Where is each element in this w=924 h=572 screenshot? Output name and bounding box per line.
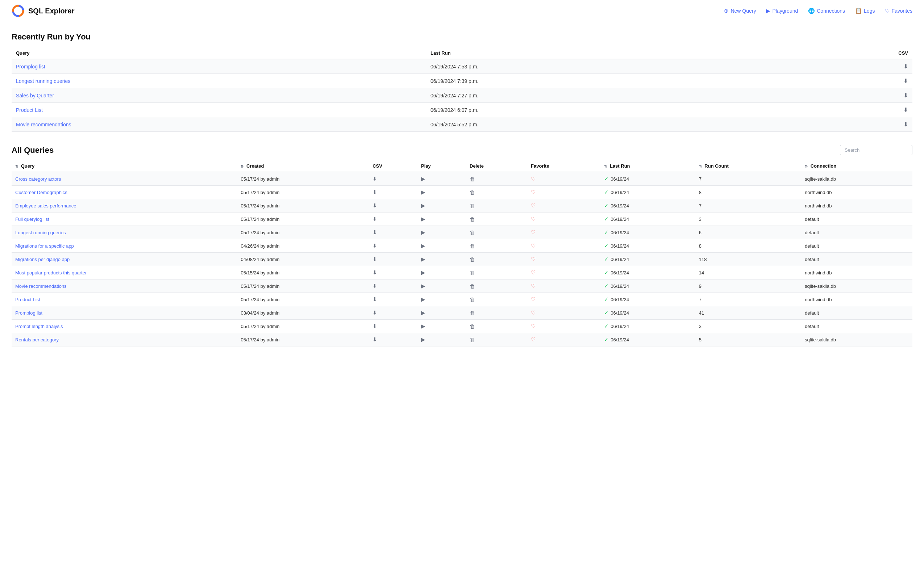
recent-csv-download[interactable]: ⬇ [793,88,912,103]
all-play[interactable]: ▶ [418,253,466,266]
favorite-icon[interactable]: ♡ [531,189,536,195]
all-favorite[interactable]: ♡ [527,239,600,253]
download-icon[interactable]: ⬇ [903,92,908,98]
recent-query-name[interactable]: Movie recommendations [12,117,426,132]
delete-icon[interactable]: 🗑 [470,283,475,289]
all-delete[interactable]: 🗑 [466,306,527,320]
nav-connections[interactable]: 🌐 Connections [808,8,845,14]
all-delete[interactable]: 🗑 [466,280,527,293]
all-query-name[interactable]: Most popular products this quarter [12,266,237,280]
all-favorite[interactable]: ♡ [527,186,600,199]
csv-download-icon[interactable]: ⬇ [372,256,377,262]
all-query-name[interactable]: Product List [12,293,237,306]
all-col-created[interactable]: ⇅ Created [237,160,369,172]
all-csv[interactable]: ⬇ [369,333,418,347]
csv-download-icon[interactable]: ⬇ [372,283,377,289]
delete-icon[interactable]: 🗑 [470,189,475,196]
favorite-icon[interactable]: ♡ [531,176,536,182]
all-col-last-run[interactable]: ⇅ Last Run [600,160,695,172]
csv-download-icon[interactable]: ⬇ [372,176,377,182]
all-play[interactable]: ▶ [418,172,466,186]
delete-icon[interactable]: 🗑 [470,270,475,276]
all-play[interactable]: ▶ [418,320,466,333]
favorite-icon[interactable]: ♡ [531,256,536,262]
play-icon[interactable]: ▶ [421,229,425,235]
all-favorite[interactable]: ♡ [527,280,600,293]
download-icon[interactable]: ⬇ [903,107,908,113]
delete-icon[interactable]: 🗑 [470,297,475,303]
favorite-icon[interactable]: ♡ [531,309,536,316]
all-col-connection[interactable]: ⇅ Connection [801,160,912,172]
nav-favorites[interactable]: ♡ Favorites [885,8,912,14]
delete-icon[interactable]: 🗑 [470,256,475,263]
all-play[interactable]: ▶ [418,266,466,280]
all-delete[interactable]: 🗑 [466,253,527,266]
all-favorite[interactable]: ♡ [527,213,600,226]
csv-download-icon[interactable]: ⬇ [372,229,377,235]
download-icon[interactable]: ⬇ [903,121,908,127]
delete-icon[interactable]: 🗑 [470,230,475,236]
play-icon[interactable]: ▶ [421,269,425,275]
all-delete[interactable]: 🗑 [466,320,527,333]
all-favorite[interactable]: ♡ [527,333,600,347]
recent-query-name[interactable]: Sales by Quarter [12,88,426,103]
all-query-name[interactable]: Prompt length analysis [12,320,237,333]
all-query-name[interactable]: Longest running queries [12,226,237,239]
nav-playground[interactable]: ▶ Playground [766,8,798,14]
delete-icon[interactable]: 🗑 [470,310,475,316]
delete-icon[interactable]: 🗑 [470,337,475,343]
all-col-run-count[interactable]: ⇅ Run Count [695,160,801,172]
csv-download-icon[interactable]: ⬇ [372,242,377,249]
favorite-icon[interactable]: ♡ [531,269,536,275]
all-delete[interactable]: 🗑 [466,333,527,347]
csv-download-icon[interactable]: ⬇ [372,216,377,222]
all-query-name[interactable]: Promplog list [12,306,237,320]
recent-csv-download[interactable]: ⬇ [793,74,912,88]
all-play[interactable]: ▶ [418,306,466,320]
all-play[interactable]: ▶ [418,213,466,226]
all-favorite[interactable]: ♡ [527,199,600,213]
favorite-icon[interactable]: ♡ [531,283,536,289]
play-icon[interactable]: ▶ [421,309,425,316]
all-play[interactable]: ▶ [418,226,466,239]
all-col-query[interactable]: ⇅ Query [12,160,237,172]
all-csv[interactable]: ⬇ [369,186,418,199]
all-query-name[interactable]: Employee sales performance [12,199,237,213]
favorite-icon[interactable]: ♡ [531,202,536,208]
all-delete[interactable]: 🗑 [466,172,527,186]
play-icon[interactable]: ▶ [421,189,425,195]
play-icon[interactable]: ▶ [421,283,425,289]
csv-download-icon[interactable]: ⬇ [372,323,377,329]
all-play[interactable]: ▶ [418,280,466,293]
recent-query-name[interactable]: Promplog list [12,59,426,74]
recent-csv-download[interactable]: ⬇ [793,117,912,132]
csv-download-icon[interactable]: ⬇ [372,269,377,275]
all-csv[interactable]: ⬇ [369,280,418,293]
all-query-name[interactable]: Movie recommendations [12,280,237,293]
play-icon[interactable]: ▶ [421,216,425,222]
all-csv[interactable]: ⬇ [369,226,418,239]
all-delete[interactable]: 🗑 [466,293,527,306]
all-favorite[interactable]: ♡ [527,253,600,266]
favorite-icon[interactable]: ♡ [531,242,536,249]
delete-icon[interactable]: 🗑 [470,323,475,330]
csv-download-icon[interactable]: ⬇ [372,189,377,195]
all-favorite[interactable]: ♡ [527,320,600,333]
delete-icon[interactable]: 🗑 [470,216,475,222]
all-csv[interactable]: ⬇ [369,320,418,333]
play-icon[interactable]: ▶ [421,336,425,342]
all-play[interactable]: ▶ [418,293,466,306]
all-query-name[interactable]: Customer Demographics [12,186,237,199]
recent-query-name[interactable]: Longest running queries [12,74,426,88]
all-query-name[interactable]: Cross category actors [12,172,237,186]
delete-icon[interactable]: 🗑 [470,243,475,249]
all-favorite[interactable]: ♡ [527,266,600,280]
download-icon[interactable]: ⬇ [903,63,908,70]
all-delete[interactable]: 🗑 [466,199,527,213]
all-query-name[interactable]: Rentals per category [12,333,237,347]
play-icon[interactable]: ▶ [421,296,425,302]
all-csv[interactable]: ⬇ [369,199,418,213]
all-csv[interactable]: ⬇ [369,306,418,320]
all-csv[interactable]: ⬇ [369,266,418,280]
all-favorite[interactable]: ♡ [527,172,600,186]
